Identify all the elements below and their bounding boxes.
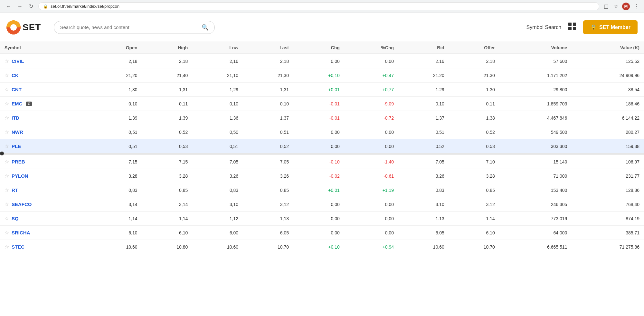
- cell-chg: +0,10: [293, 68, 344, 83]
- cell-volume: 773.019: [499, 212, 572, 226]
- cell-open: 1,39: [91, 111, 142, 125]
- cell-low: 10,60: [192, 240, 243, 254]
- cell-value: 38,54: [572, 83, 644, 97]
- search-bar[interactable]: 🔍: [54, 21, 215, 34]
- symbol-link[interactable]: RT: [12, 187, 18, 193]
- cell-volume: 549.500: [499, 125, 572, 139]
- symbol-link[interactable]: PLE: [12, 143, 21, 149]
- cell-chg: -0,10: [293, 155, 344, 169]
- cell-offer: 1.38: [449, 111, 499, 125]
- cell-low: 0,50: [192, 125, 243, 139]
- symbol-link[interactable]: PREB: [12, 159, 25, 164]
- symbol-link[interactable]: ITD: [12, 115, 19, 121]
- svg-rect-2: [568, 23, 572, 26]
- grid-icon[interactable]: [568, 22, 577, 33]
- symbol-search-link[interactable]: Symbol Search: [526, 25, 562, 30]
- cell-last: 2,18: [243, 54, 293, 68]
- menu-icon[interactable]: ⋮: [632, 3, 640, 10]
- symbol-link[interactable]: CK: [12, 73, 19, 78]
- symbol-link[interactable]: CNT: [12, 87, 22, 92]
- star-icon[interactable]: ☆: [5, 187, 9, 193]
- col-chg: Chg: [293, 42, 344, 54]
- cast-icon[interactable]: ◫: [602, 3, 610, 10]
- cell-bid: 6.05: [398, 226, 449, 240]
- symbol-link[interactable]: CIVIL: [12, 58, 24, 64]
- forward-button[interactable]: →: [15, 3, 24, 10]
- cell-volume: 71.000: [499, 169, 572, 183]
- star-icon[interactable]: ☆: [5, 173, 9, 179]
- drag-handle[interactable]: [0, 152, 4, 155]
- cell-last: 3,12: [243, 197, 293, 212]
- cell-open: 10,60: [91, 240, 142, 254]
- cell-low: 3,10: [192, 197, 243, 212]
- symbol-link[interactable]: SQ: [12, 216, 19, 221]
- star-icon[interactable]: ☆: [5, 115, 9, 121]
- cell-offer: 0.11: [449, 97, 499, 111]
- cell-high: 0,52: [142, 125, 192, 139]
- address-bar[interactable]: 🔒 set.or.th/en/market/index/set/propcon: [38, 2, 599, 10]
- cell-volume: 303.300: [499, 139, 572, 153]
- star-icon[interactable]: ☆: [5, 143, 9, 149]
- search-input[interactable]: [60, 25, 198, 30]
- symbol-cell: ☆ SEAFCO: [0, 197, 91, 212]
- cell-high: 7,15: [142, 155, 192, 169]
- symbol-link[interactable]: SRICHA: [12, 230, 30, 235]
- cell-value: 106,97: [572, 155, 644, 169]
- symbol-link[interactable]: PYLON: [12, 173, 28, 179]
- cell-high: 21,40: [142, 68, 192, 83]
- cell-pct-chg: 0,00: [344, 54, 398, 68]
- star-icon[interactable]: ☆: [5, 230, 9, 236]
- svg-point-1: [10, 24, 17, 31]
- cell-low: 21,10: [192, 68, 243, 83]
- cell-bid: 21.20: [398, 68, 449, 83]
- cell-offer: 0.85: [449, 183, 499, 197]
- reload-button[interactable]: ↻: [27, 3, 35, 10]
- table-row: ☆ SRICHA 6,10 6,10 6,00 6,05 0,00 0,00 6…: [0, 226, 644, 240]
- cell-high: 0,85: [142, 183, 192, 197]
- star-icon[interactable]: ☆: [5, 101, 9, 107]
- col-bid: Bid: [398, 42, 449, 54]
- cell-bid: 10.60: [398, 240, 449, 254]
- badge-c: C: [26, 102, 32, 106]
- cell-bid: 0.52: [398, 139, 449, 153]
- lock-icon: 🔒: [43, 4, 48, 9]
- back-button[interactable]: ←: [4, 3, 13, 10]
- cell-chg: 0,00: [293, 197, 344, 212]
- star-icon[interactable]: ☆: [5, 72, 9, 78]
- cell-low: 7,05: [192, 155, 243, 169]
- cell-chg: 0,00: [293, 139, 344, 153]
- cell-chg: +0,10: [293, 240, 344, 254]
- profile-icon[interactable]: M: [622, 3, 630, 10]
- star-icon[interactable]: ☆: [5, 201, 9, 207]
- cell-volume: 1.171.202: [499, 68, 572, 83]
- set-member-button[interactable]: 🔒 SET Member: [583, 20, 638, 34]
- symbol-link[interactable]: EMC: [12, 101, 22, 106]
- symbol-link[interactable]: STEC: [12, 244, 24, 250]
- star-icon[interactable]: ☆: [5, 244, 9, 250]
- table-row: ☆ SQ 1,14 1,14 1,12 1,13 0,00 0,00 1.13 …: [0, 212, 644, 226]
- browser-actions: ◫ ☆ M ⋮: [602, 3, 640, 10]
- cell-volume: 6.665.511: [499, 240, 572, 254]
- cell-value: 71.275,86: [572, 240, 644, 254]
- cell-chg: -0,01: [293, 97, 344, 111]
- cell-last: 21,30: [243, 68, 293, 83]
- symbol-link[interactable]: SEAFCO: [12, 202, 32, 207]
- cell-pct-chg: 0,00: [344, 197, 398, 212]
- bookmark-icon[interactable]: ☆: [612, 3, 620, 10]
- symbol-cell: ☆ SRICHA: [0, 226, 91, 240]
- cell-open: 2,18: [91, 54, 142, 68]
- cell-value: 159,38: [572, 139, 644, 153]
- cell-offer: 1.14: [449, 212, 499, 226]
- star-icon[interactable]: ☆: [5, 215, 9, 222]
- symbol-cell: ☆ ITD: [0, 111, 91, 125]
- star-icon[interactable]: ☆: [5, 58, 9, 64]
- star-icon[interactable]: ☆: [5, 159, 9, 165]
- cell-bid: 3.26: [398, 169, 449, 183]
- search-icon[interactable]: 🔍: [202, 24, 209, 31]
- cell-low: 2,16: [192, 54, 243, 68]
- star-icon[interactable]: ☆: [5, 129, 9, 135]
- star-icon[interactable]: ☆: [5, 86, 9, 93]
- svg-rect-4: [568, 27, 572, 30]
- symbol-link[interactable]: NWR: [12, 129, 23, 135]
- symbol-cell: ☆ PLE: [0, 139, 91, 153]
